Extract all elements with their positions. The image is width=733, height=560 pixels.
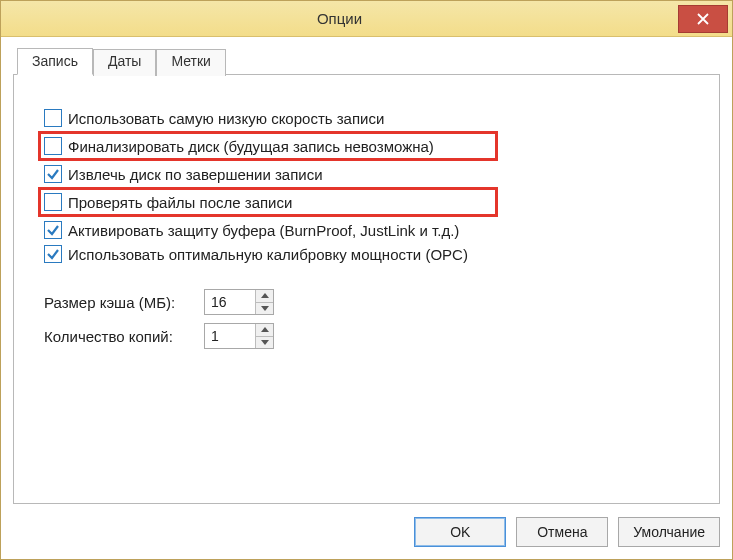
copies-input[interactable] (205, 324, 255, 348)
checkbox-buffer-protect[interactable] (44, 221, 62, 239)
option-verify-files: Проверять файлы после записи (38, 187, 498, 217)
copies-label: Количество копий: (44, 328, 204, 345)
spinner-down[interactable] (256, 303, 273, 315)
option-finalize-disc: Финализировать диск (будущая запись нево… (38, 131, 498, 161)
tab-strip: Запись Даты Метки (13, 47, 720, 74)
tab-control: Запись Даты Метки Использовать самую низ… (13, 47, 720, 505)
spinner-buttons (255, 324, 273, 348)
cache-size-label: Размер кэша (МБ): (44, 294, 204, 311)
option-label[interactable]: Использовать самую низкую скорость запис… (68, 110, 384, 127)
cancel-button[interactable]: Отмена (516, 517, 608, 547)
check-icon (46, 167, 60, 181)
button-label: Умолчание (633, 524, 705, 540)
chevron-down-icon (261, 340, 269, 345)
option-label[interactable]: Проверять файлы после записи (68, 194, 292, 211)
close-icon (697, 13, 709, 25)
chevron-down-icon (261, 306, 269, 311)
chevron-up-icon (261, 293, 269, 298)
checkbox-verify-files[interactable] (44, 193, 62, 211)
window-title: Опции (1, 10, 678, 27)
spinner-down[interactable] (256, 337, 273, 349)
ok-button[interactable]: OK (414, 517, 506, 547)
checkbox-lowest-speed[interactable] (44, 109, 62, 127)
copies-group: Количество копий: (44, 323, 697, 349)
cache-size-input[interactable] (205, 290, 255, 314)
checkbox-opc[interactable] (44, 245, 62, 263)
button-label: OK (450, 524, 470, 540)
option-buffer-protect: Активировать защиту буфера (BurnProof, J… (44, 219, 697, 241)
defaults-button[interactable]: Умолчание (618, 517, 720, 547)
cache-size-spinner (204, 289, 274, 315)
option-label[interactable]: Активировать защиту буфера (BurnProof, J… (68, 222, 459, 239)
close-button[interactable] (678, 5, 728, 33)
options-dialog: Опции Запись Даты Метки Использовать сам… (0, 0, 733, 560)
cache-size-group: Размер кэша (МБ): (44, 289, 697, 315)
dialog-footer: OK Отмена Умолчание (13, 505, 720, 547)
option-label[interactable]: Использовать оптимальную калибровку мощн… (68, 246, 468, 263)
option-eject-after: Извлечь диск по завершении записи (44, 163, 697, 185)
check-icon (46, 223, 60, 237)
checkbox-finalize-disc[interactable] (44, 137, 62, 155)
spinner-up[interactable] (256, 290, 273, 303)
tab-write[interactable]: Запись (17, 48, 93, 75)
copies-spinner (204, 323, 274, 349)
checkbox-eject-after[interactable] (44, 165, 62, 183)
titlebar: Опции (1, 1, 732, 37)
tab-panel-write: Использовать самую низкую скорость запис… (13, 74, 720, 504)
tab-labels[interactable]: Метки (156, 49, 226, 76)
option-opc: Использовать оптимальную калибровку мощн… (44, 243, 697, 265)
tab-label: Даты (108, 53, 141, 69)
option-label[interactable]: Финализировать диск (будущая запись нево… (68, 138, 434, 155)
option-lowest-speed: Использовать самую низкую скорость запис… (44, 107, 697, 129)
client-area: Запись Даты Метки Использовать самую низ… (1, 37, 732, 559)
spinner-buttons (255, 290, 273, 314)
tab-label: Метки (171, 53, 211, 69)
check-icon (46, 247, 60, 261)
spinner-up[interactable] (256, 324, 273, 337)
tab-dates[interactable]: Даты (93, 49, 156, 76)
chevron-up-icon (261, 327, 269, 332)
tab-label: Запись (32, 53, 78, 69)
option-label[interactable]: Извлечь диск по завершении записи (68, 166, 323, 183)
button-label: Отмена (537, 524, 587, 540)
